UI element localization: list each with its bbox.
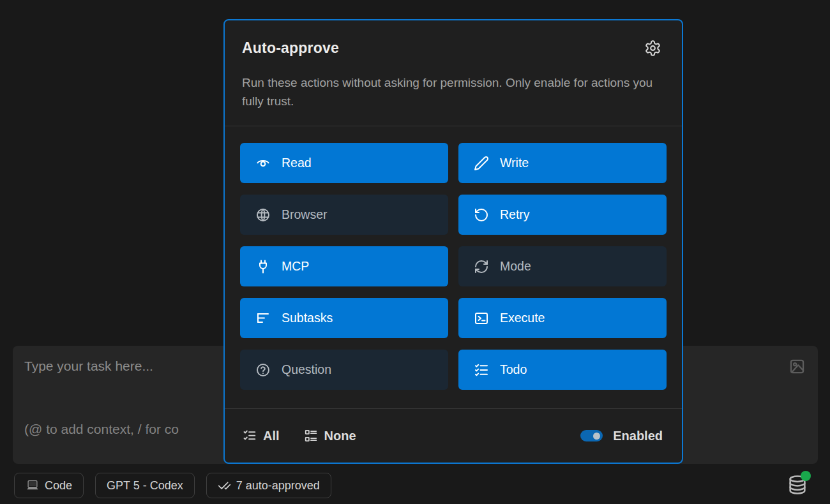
action-label: Browser — [282, 207, 328, 222]
enabled-label: Enabled — [613, 429, 663, 443]
action-question[interactable]: Question — [240, 350, 448, 390]
gear-icon[interactable] — [644, 40, 661, 57]
check-list-icon — [243, 429, 257, 443]
status-bar: Code GPT 5 - Codex 7 auto-approved — [14, 473, 331, 498]
mode-selector-button[interactable]: Code — [14, 473, 84, 498]
plug-icon — [255, 259, 271, 274]
action-label: Todo — [500, 362, 527, 377]
list-tree-icon — [255, 311, 271, 326]
toggle-track[interactable] — [580, 430, 603, 441]
auto-approved-label: 7 auto-approved — [236, 479, 320, 493]
auto-approve-grid: Read Write Browser — [225, 126, 682, 406]
retry-icon — [474, 207, 489, 223]
question-icon — [255, 362, 271, 378]
action-retry[interactable]: Retry — [458, 195, 667, 235]
globe-icon — [255, 207, 271, 223]
action-label: Retry — [500, 207, 530, 222]
action-label: Execute — [500, 311, 545, 325]
image-icon[interactable] — [788, 358, 806, 375]
action-read[interactable]: Read — [240, 143, 448, 183]
pencil-icon — [474, 156, 489, 171]
action-subtasks[interactable]: Subtasks — [240, 298, 448, 338]
action-label: Mode — [500, 259, 531, 274]
modal-header: Auto-approve Run these actions without a… — [225, 20, 682, 126]
action-label: Question — [282, 362, 331, 377]
action-execute[interactable]: Execute — [458, 298, 667, 338]
auto-approve-enabled-toggle[interactable]: Enabled — [580, 429, 663, 443]
auto-approved-button[interactable]: 7 auto-approved — [206, 473, 331, 498]
action-write[interactable]: Write — [458, 143, 667, 183]
modal-description: Run these actions without asking for per… — [242, 73, 657, 110]
modal-title: Auto-approve — [242, 40, 339, 57]
model-selector-button[interactable]: GPT 5 - Codex — [95, 473, 195, 498]
action-todo[interactable]: Todo — [458, 350, 667, 390]
action-label: Subtasks — [282, 311, 333, 325]
task-input-context-hint: (@ to add context, / for co — [24, 422, 179, 437]
checklist-icon — [474, 362, 489, 378]
terminal-icon — [474, 311, 489, 326]
action-label: Write — [500, 156, 529, 170]
select-all-label: All — [263, 429, 280, 443]
select-none-button[interactable]: None — [304, 429, 356, 443]
action-browser[interactable]: Browser — [240, 195, 448, 235]
auto-approve-modal: Auto-approve Run these actions without a… — [223, 19, 683, 464]
select-none-label: None — [324, 429, 356, 443]
modal-footer: All None Enabled — [225, 408, 682, 463]
select-all-button[interactable]: All — [243, 429, 280, 443]
laptop-icon — [26, 478, 40, 493]
model-selector-label: GPT 5 - Codex — [107, 479, 183, 493]
action-label: Read — [282, 156, 312, 170]
double-check-icon — [218, 479, 231, 493]
action-label: MCP — [282, 259, 309, 274]
task-input-placeholder: Type your task here... — [24, 359, 153, 374]
toggle-knob — [593, 433, 600, 440]
action-mcp[interactable]: MCP — [240, 246, 448, 286]
mode-selector-label: Code — [45, 479, 72, 493]
sync-icon — [474, 259, 489, 274]
status-dot — [801, 471, 811, 481]
eye-icon — [255, 156, 271, 171]
history-database-button[interactable] — [787, 474, 808, 496]
action-mode[interactable]: Mode — [458, 246, 667, 286]
empty-list-icon — [304, 429, 318, 443]
